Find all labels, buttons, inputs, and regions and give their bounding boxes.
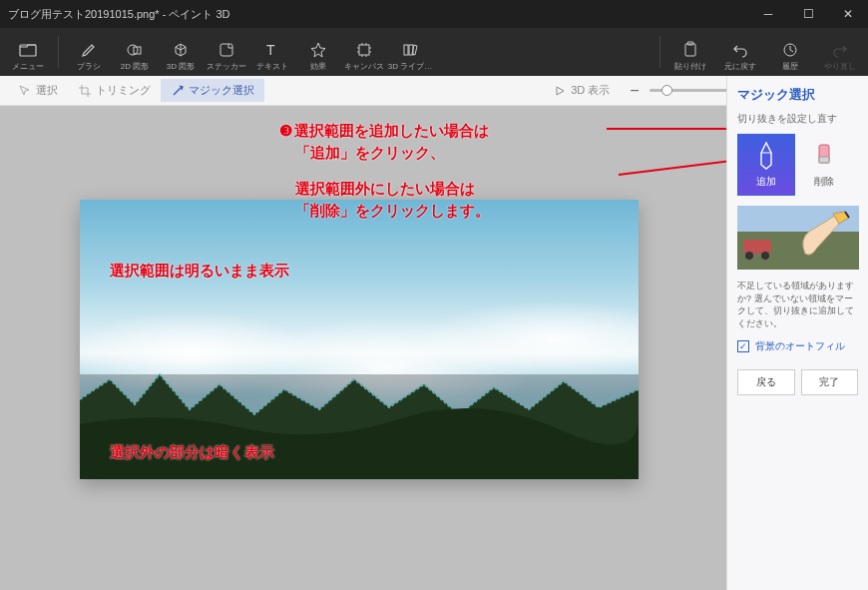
play-icon [553, 84, 567, 98]
effects-icon [309, 41, 327, 59]
trimming-button[interactable]: トリミング [68, 79, 161, 102]
redo-button: やり直し [818, 39, 862, 74]
annotation-remove-line1: 選択範囲外にしたい場合は [295, 178, 475, 201]
autofill-checkbox[interactable]: ✓ 背景のオートフィル [727, 329, 868, 363]
2d-shapes-tool[interactable]: 2D 図形 [113, 39, 157, 74]
paste-button[interactable]: 貼り付け [668, 39, 712, 74]
shapes-3d-icon [172, 41, 190, 59]
history-icon [781, 41, 799, 59]
3d-view-button[interactable]: 3D 表示 [543, 79, 620, 102]
maximize-button[interactable]: ☐ [788, 0, 828, 28]
3d-library-tool[interactable]: 3D ライブ… [388, 39, 432, 74]
text-icon: T [263, 41, 281, 59]
svg-text:T: T [266, 42, 275, 58]
svg-rect-12 [819, 157, 829, 163]
magic-icon [171, 84, 185, 98]
svg-rect-3 [220, 44, 232, 56]
undo-button[interactable]: 元に戻す [718, 39, 762, 74]
svg-point-17 [761, 252, 769, 260]
shapes-2d-icon [126, 41, 144, 59]
svg-rect-6 [404, 45, 408, 55]
panel-title: マジック選択 [727, 76, 868, 110]
preview-thumb [737, 206, 859, 270]
side-panel: マジック選択 切り抜きを設定し直す 追加 削除 不足している領域があります [726, 76, 868, 590]
menu-button[interactable]: メニュー [6, 39, 50, 74]
eraser-icon [812, 141, 836, 171]
svg-rect-15 [743, 240, 771, 254]
cursor-icon [18, 84, 32, 98]
titlebar: ブログ用テスト20191015.png* - ペイント 3D ─ ☐ ✕ [0, 0, 868, 28]
svg-rect-5 [359, 45, 369, 55]
annotation-step3-line1: 選択範囲を追加したい場合は [279, 120, 489, 143]
remove-tool[interactable]: 削除 [795, 134, 853, 196]
history-button[interactable]: 履歴 [768, 39, 812, 74]
text-tool[interactable]: T テキスト [250, 39, 294, 74]
svg-point-16 [745, 252, 753, 260]
sticker-icon [217, 41, 235, 59]
library-icon [401, 41, 419, 59]
zoom-out-button[interactable]: − [630, 82, 639, 100]
panel-subtitle: 切り抜きを設定し直す [727, 110, 868, 134]
annotation-bright: 選択範囲は明るいまま表示 [110, 260, 289, 283]
window-title: ブログ用テスト20191015.png* - ペイント 3D [8, 7, 230, 22]
done-button[interactable]: 完了 [801, 369, 859, 395]
pointer-line-add [607, 128, 746, 130]
brush-tool[interactable]: ブラシ [67, 39, 111, 74]
svg-rect-8 [685, 44, 695, 56]
canvas-tool[interactable]: キャンバス [342, 39, 386, 74]
panel-description: 不足している領域がありますか? 選んでいない領域をマークして、切り抜きに追加して… [727, 280, 868, 329]
back-button[interactable]: 戻る [737, 369, 795, 395]
work-area: 選択範囲は明るいまま表示 選択外の部分は暗く表示 選択範囲を追加したい場合は 「… [0, 106, 726, 590]
canvas-image[interactable]: 選択範囲は明るいまま表示 選択外の部分は暗く表示 [80, 200, 639, 479]
hand-pencil-icon [795, 210, 855, 264]
add-tool[interactable]: 追加 [737, 134, 795, 196]
check-icon: ✓ [737, 340, 749, 352]
undo-icon [731, 41, 749, 59]
close-button[interactable]: ✕ [828, 0, 868, 28]
annotation-step3-line2: 「追加」をクリック、 [295, 142, 445, 165]
magic-select-button[interactable]: マジック選択 [161, 79, 264, 102]
paste-icon [681, 41, 699, 59]
dim-overlay [80, 374, 639, 479]
annotation-remove-line2: 「削除」をクリックします。 [295, 200, 490, 223]
folder-icon [19, 41, 37, 59]
ribbon: メニュー ブラシ 2D 図形 3D 図形 ステッカー T テキスト 効果 [0, 28, 868, 76]
sticker-tool[interactable]: ステッカー [205, 39, 248, 74]
redo-icon [831, 41, 849, 59]
3d-shapes-tool[interactable]: 3D 図形 [159, 39, 203, 74]
minimize-button[interactable]: ─ [748, 0, 788, 28]
canvas-icon [355, 41, 373, 59]
select-button[interactable]: 選択 [8, 79, 68, 102]
pencil-add-icon [754, 141, 778, 171]
annotation-dark: 選択外の部分は暗く表示 [110, 441, 274, 464]
brush-icon [80, 41, 98, 59]
effects-tool[interactable]: 効果 [296, 39, 340, 74]
crop-icon [78, 84, 92, 98]
